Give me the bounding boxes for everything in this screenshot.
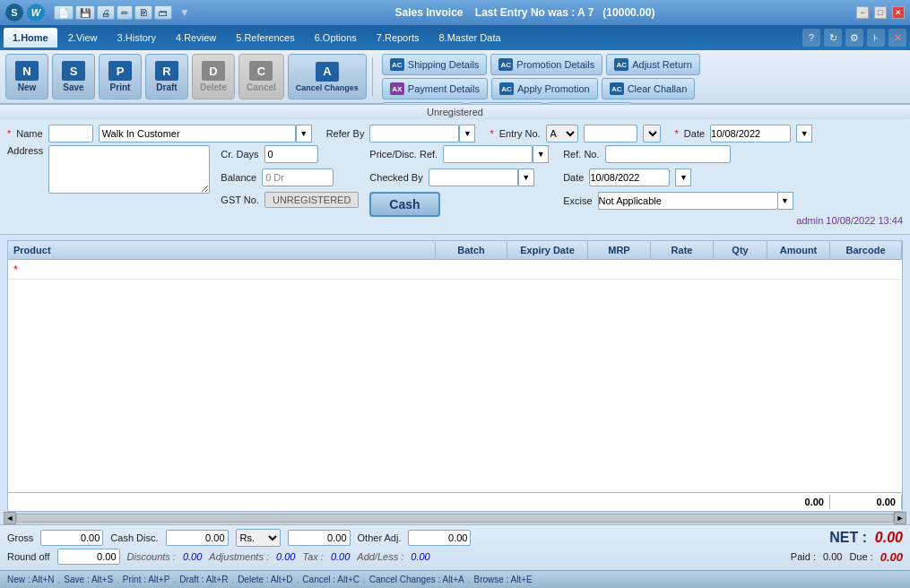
strip-btn-draft[interactable]: ✏ xyxy=(117,5,133,20)
scroll-track[interactable] xyxy=(16,514,894,523)
print-button[interactable]: P Print xyxy=(99,54,142,99)
total-barcode: 0.00 xyxy=(830,495,902,509)
clear-challan-icon: AC xyxy=(610,82,624,95)
rs-unit-select[interactable]: Rs. % xyxy=(236,529,281,547)
entry-num-input[interactable] xyxy=(584,125,637,143)
unregistered-label: Unregistered xyxy=(427,107,483,117)
cr-days-input[interactable] xyxy=(264,145,318,163)
new-button[interactable]: N New xyxy=(5,54,48,99)
cancel-changes-icon: A xyxy=(316,62,339,82)
right-fields: Price/Disc. Ref. ▼ Checked By ▼ Cash xyxy=(369,145,549,229)
clear-challan-button[interactable]: AC Clear Challan xyxy=(602,78,696,99)
menu-reports[interactable]: 7.Reports xyxy=(368,28,429,48)
menu-view[interactable]: 2.View xyxy=(59,28,107,48)
ref-date-input[interactable] xyxy=(589,169,670,186)
table-section: Product Batch Expiry Date MRP Rate Qty A… xyxy=(4,237,906,512)
strip-btn-new[interactable]: 📄 xyxy=(54,5,74,20)
cancel-button[interactable]: C Cancel xyxy=(238,54,284,99)
strip-btn-5[interactable]: 🖹 xyxy=(134,5,152,20)
customer-dropdown-arrow[interactable]: ▼ xyxy=(296,125,312,143)
scroll-left-btn[interactable]: ◄ xyxy=(4,512,16,524)
cash-disc-amount-input[interactable] xyxy=(288,530,351,546)
admin-row: admin 10/08/2022 13:44 xyxy=(563,215,903,226)
adjust-return-button[interactable]: AC Adjust Return xyxy=(606,54,700,75)
paid-due-section: Paid : 0.00 Due : 0.00 xyxy=(791,550,903,564)
date-input[interactable] xyxy=(710,125,791,143)
cash-disc-input[interactable] xyxy=(166,530,229,546)
payment-details-button[interactable]: AX Payment Details xyxy=(382,78,488,99)
due-value: 0.00 xyxy=(880,550,903,564)
status-cancel-changes: Cancel Changes : Alt+A xyxy=(369,575,464,584)
ref-no-input[interactable] xyxy=(605,145,731,163)
delete-button[interactable]: D Delete xyxy=(192,54,235,99)
name-search-input[interactable] xyxy=(48,125,93,143)
checked-by-label: Checked By xyxy=(369,172,422,183)
exit-icon[interactable]: ✕ xyxy=(888,29,906,47)
tax-label: Tax : xyxy=(302,551,323,562)
ref-date-arrow[interactable]: ▼ xyxy=(675,169,691,186)
cancel-label: Cancel xyxy=(247,82,276,92)
promotion-details-label: Promotion Details xyxy=(516,59,594,70)
gross-input[interactable] xyxy=(40,530,103,546)
price-disc-arrow[interactable]: ▼ xyxy=(533,145,549,163)
other-adj-input[interactable] xyxy=(408,530,471,546)
address-input[interactable] xyxy=(48,145,210,194)
strip-btn-print[interactable]: 🖨 xyxy=(97,5,115,20)
scroll-right-btn[interactable]: ► xyxy=(894,512,906,524)
balance-row: Balance xyxy=(221,169,359,186)
checked-by-row: Checked By ▼ xyxy=(369,169,549,186)
excise-input[interactable] xyxy=(598,192,777,210)
menu-master-data[interactable]: 8.Master Data xyxy=(429,28,509,48)
discounts-value: 0.00 xyxy=(183,551,202,562)
entry-suffix-select[interactable] xyxy=(643,125,661,143)
date-arrow[interactable]: ▼ xyxy=(796,125,812,143)
col-barcode: Barcode xyxy=(830,241,902,259)
cash-row: Cash xyxy=(369,192,549,217)
restore-btn[interactable]: □ xyxy=(874,6,887,19)
refresh-icon[interactable]: ↻ xyxy=(824,29,842,47)
total-empty-2 xyxy=(436,495,507,509)
menu-references[interactable]: 5.References xyxy=(227,28,303,48)
form-area: * Name ▼ Refer By ▼ * Entry No. A * Date xyxy=(0,119,910,235)
menu-options[interactable]: 6.Options xyxy=(306,28,366,48)
round-off-input[interactable] xyxy=(57,549,120,565)
draft-button[interactable]: R Draft xyxy=(145,54,188,99)
customer-name-input[interactable] xyxy=(99,125,296,143)
balance-input[interactable] xyxy=(262,169,334,186)
settings-icon[interactable]: ⚙ xyxy=(845,29,863,47)
close-btn[interactable]: ✕ xyxy=(892,6,905,19)
checked-by-input[interactable] xyxy=(429,169,518,186)
apply-promotion-button[interactable]: AC Apply Promotion xyxy=(491,78,598,99)
help-icon[interactable]: ? xyxy=(802,29,820,47)
strip-btn-save[interactable]: 💾 xyxy=(75,5,95,20)
save-button[interactable]: S Save xyxy=(52,54,95,99)
cash-disc-label: Cash Disc. xyxy=(110,532,158,543)
date-label: * xyxy=(675,128,679,139)
name-field-label: Name xyxy=(16,128,42,139)
title-bar-controls: − □ ✕ xyxy=(856,6,905,19)
shipping-details-button[interactable]: AC Shipping Details xyxy=(382,54,488,75)
action-row-2: AX Payment Details AC Apply Promotion AC… xyxy=(382,78,905,99)
cancel-changes-button[interactable]: A Cancel Changes xyxy=(288,54,367,99)
menu-history[interactable]: 3.History xyxy=(108,28,165,48)
refer-by-input[interactable] xyxy=(369,125,459,143)
adjust-return-icon: AC xyxy=(614,58,628,71)
menu-home[interactable]: 1.Home xyxy=(4,28,57,48)
excise-arrow[interactable]: ▼ xyxy=(777,192,793,210)
promotion-details-button[interactable]: AC Promotion Details xyxy=(490,54,602,75)
middle-fields: Cr. Days Balance GST No. UNREGISTERED xyxy=(221,145,359,229)
price-disc-label: Price/Disc. Ref. xyxy=(369,149,438,160)
price-disc-input[interactable] xyxy=(443,145,533,163)
new-entry-row[interactable]: * xyxy=(8,260,902,280)
app-icon-w: W xyxy=(27,4,45,22)
minimize-btn[interactable]: − xyxy=(856,6,869,19)
entry-prefix-select[interactable]: A xyxy=(546,125,578,143)
strip-btn-6[interactable]: 🗃 xyxy=(154,5,172,20)
refer-by-arrow[interactable]: ▼ xyxy=(459,125,475,143)
cr-days-row: Cr. Days xyxy=(221,145,359,163)
footer-row-2: Round off Discounts : 0.00 Adjustments :… xyxy=(7,549,903,565)
grid-icon[interactable]: ⊦ xyxy=(867,29,885,47)
cash-button[interactable]: Cash xyxy=(369,192,439,217)
checked-by-arrow[interactable]: ▼ xyxy=(518,169,534,186)
menu-review[interactable]: 4.Review xyxy=(167,28,225,48)
